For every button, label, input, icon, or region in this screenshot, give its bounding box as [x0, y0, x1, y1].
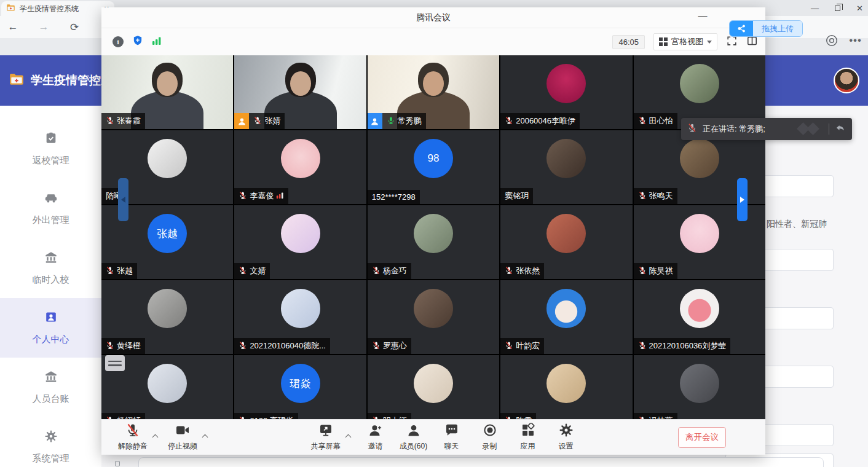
- meeting-logo-watermark-icon: [796, 123, 823, 135]
- invite-button[interactable]: 邀请: [357, 423, 395, 452]
- participant-tile[interactable]: 杨金巧: [368, 205, 499, 279]
- speaking-toast-text: 正在讲话: 常秀鹏;: [703, 124, 791, 135]
- toolbar-button-label: 邀请: [368, 441, 383, 452]
- participant-name-label: 202120106036刘梦莹: [634, 338, 731, 354]
- window-restore-icon[interactable]: [835, 6, 840, 11]
- participant-tile[interactable]: 窦铭玥: [500, 130, 632, 204]
- sidebar-item-3[interactable]: 临时入校: [0, 238, 101, 298]
- page-textarea[interactable]: [138, 457, 824, 467]
- mic-muted-icon: [638, 341, 647, 351]
- netdisk-icon: [730, 21, 753, 36]
- grid-view-icon: [659, 37, 668, 46]
- participant-label-row: 陈昊祺: [634, 263, 677, 279]
- participant-avatar: [680, 64, 719, 103]
- user-avatar[interactable]: [834, 68, 859, 93]
- mic-muted-icon: [125, 423, 140, 440]
- participant-tile[interactable]: 明大江: [368, 355, 499, 429]
- participant-label-row: 罗惠心: [368, 338, 411, 354]
- blue-person-badge-icon: [368, 113, 382, 129]
- record-button[interactable]: 录制: [471, 423, 509, 452]
- participant-tile[interactable]: 陈雯: [500, 355, 632, 429]
- video-button[interactable]: 停止视频: [164, 423, 202, 452]
- participant-tile[interactable]: 叶韵宏: [500, 280, 632, 354]
- participant-tile[interactable]: 202120106036刘梦莹: [634, 280, 765, 354]
- sidebar-item-4[interactable]: 个人中心: [0, 298, 101, 358]
- participant-tile[interactable]: 冯韩薇: [634, 355, 765, 429]
- participant-tile[interactable]: 20060046李唯伊: [500, 55, 632, 129]
- mic-muted-icon: [253, 116, 262, 127]
- chevron-up-icon[interactable]: [202, 434, 208, 441]
- share-screen-icon: [318, 423, 333, 440]
- participant-avatar: [546, 289, 586, 328]
- share-button[interactable]: 共享屏幕: [307, 423, 345, 452]
- participant-avatar: [414, 289, 453, 328]
- page-next-arrow[interactable]: [737, 178, 748, 221]
- view-mode-dropdown[interactable]: 宫格视图: [653, 33, 717, 50]
- chat-button[interactable]: 聊天: [433, 423, 471, 452]
- toolbar-button-label: 录制: [483, 441, 497, 452]
- unmute-button[interactable]: 解除静音: [114, 423, 152, 452]
- reload-button[interactable]: ⟳: [66, 19, 82, 35]
- meeting-minimize-icon[interactable]: —: [694, 10, 711, 25]
- participant-tile[interactable]: 文婧: [234, 205, 366, 279]
- participant-tile[interactable]: 202120106040德院...: [234, 280, 366, 354]
- participant-tile[interactable]: 罗惠心: [368, 280, 499, 354]
- sidebar-item-2[interactable]: 外出管理: [0, 179, 101, 238]
- browser-menu-icon[interactable]: •••: [849, 34, 862, 47]
- participant-label-row: 杨金巧: [368, 263, 411, 279]
- participant-tile[interactable]: 李嘉俊: [234, 130, 366, 204]
- list-view-overlay-icon[interactable]: [105, 355, 125, 371]
- back-button[interactable]: ←: [5, 19, 21, 35]
- toolbar-button-label: 共享屏幕: [311, 441, 341, 452]
- participant-name-label: 黄绎橙: [101, 338, 145, 354]
- page-prev-arrow[interactable]: [118, 178, 128, 221]
- apps-button[interactable]: 应用: [509, 423, 547, 452]
- participant-name-label: 杨金巧: [368, 263, 411, 279]
- participant-tile[interactable]: 常秀鹏: [368, 55, 499, 129]
- participant-avatar: [148, 364, 187, 403]
- members-button[interactable]: 成员(60): [395, 423, 433, 452]
- bank-icon: [44, 370, 58, 385]
- network-signal-icon[interactable]: [152, 36, 162, 48]
- chevron-up-icon[interactable]: [345, 434, 351, 441]
- settings-button[interactable]: 设置: [547, 423, 585, 452]
- participant-avatar: [546, 64, 586, 103]
- participant-tile[interactable]: 珺焱0100 高珺焱: [234, 355, 366, 429]
- window-close-icon[interactable]: ✕: [856, 4, 863, 12]
- chevron-up-icon[interactable]: [152, 434, 159, 441]
- window-minimize-icon[interactable]: —: [811, 4, 819, 12]
- participant-name: 杨金巧: [383, 265, 407, 277]
- participant-tile[interactable]: 张依然: [500, 205, 632, 279]
- meeting-timer: 46:05: [612, 35, 645, 49]
- sidebar-item-1[interactable]: 返校管理: [0, 119, 101, 179]
- window-controls: — ✕: [811, 0, 863, 16]
- reply-arrow-icon[interactable]: [835, 122, 846, 136]
- participant-avatar: [414, 364, 453, 403]
- gear-icon: [44, 430, 58, 445]
- mic-muted-icon: [638, 116, 647, 127]
- browser-tab[interactable]: 学生疫情管控系统 ✕: [1, 1, 114, 16]
- participant-tile[interactable]: 98152****7298: [368, 130, 499, 204]
- meeting-titlebar: 腾讯会议 —: [101, 7, 765, 28]
- sidebar-item-6[interactable]: 系统管理: [0, 417, 101, 467]
- participant-tile[interactable]: 黄绎橙: [101, 280, 233, 354]
- security-shield-icon[interactable]: [132, 35, 143, 49]
- toolbar-button-label: 设置: [559, 441, 574, 452]
- participant-label-row: 黄绎橙: [101, 338, 145, 354]
- participant-label-row: 张鸣天: [634, 188, 677, 204]
- participant-name-label: 李嘉俊: [234, 188, 288, 204]
- participant-name: 张春霞: [117, 116, 141, 127]
- leave-meeting-button[interactable]: 离开会议: [678, 427, 726, 448]
- sidebar-item-5[interactable]: 人员台账: [0, 358, 101, 417]
- drag-upload-button[interactable]: 拖拽上传: [729, 20, 803, 37]
- forward-button[interactable]: →: [36, 19, 52, 35]
- meeting-info-icon[interactable]: i: [112, 36, 124, 47]
- participant-avatar: [148, 139, 187, 178]
- participant-tile[interactable]: 张婧: [234, 55, 366, 129]
- toolbar-button-label: 停止视频: [168, 441, 197, 452]
- participant-name: 田心怡: [649, 116, 673, 127]
- participant-avatar: 张越: [148, 214, 187, 253]
- participant-tile[interactable]: 张春霞: [101, 55, 233, 129]
- orange-person-badge-icon: [234, 113, 249, 129]
- browser-logo-icon[interactable]: [825, 34, 838, 50]
